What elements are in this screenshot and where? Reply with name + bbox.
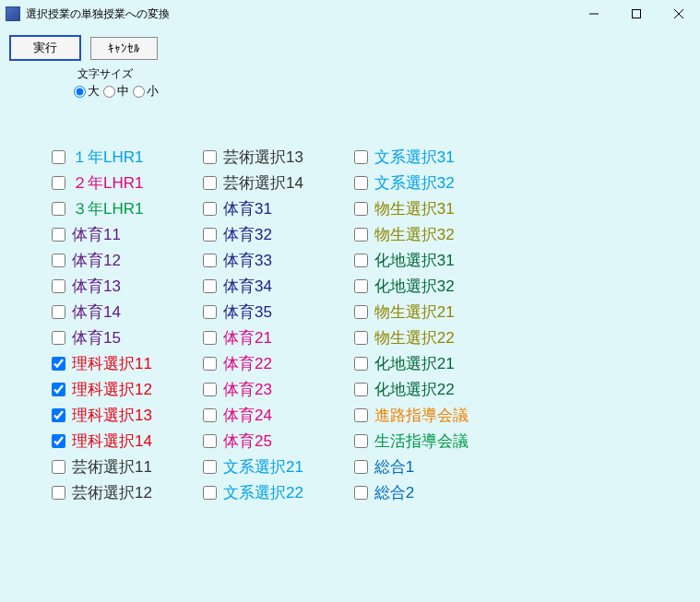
font-size-radio[interactable]: [133, 86, 145, 98]
checkbox[interactable]: [52, 202, 65, 216]
checkbox[interactable]: [52, 434, 65, 448]
checkbox[interactable]: [52, 176, 65, 190]
checkbox[interactable]: [354, 228, 368, 242]
check-label[interactable]: 体育35: [223, 304, 272, 320]
checkbox[interactable]: [203, 150, 217, 164]
check-label[interactable]: 文系選択31: [374, 149, 455, 165]
checkbox[interactable]: [354, 176, 368, 190]
checkbox[interactable]: [52, 305, 65, 319]
check-label[interactable]: 化地選択32: [374, 278, 455, 294]
checkbox[interactable]: [52, 408, 65, 422]
checkbox[interactable]: [203, 331, 217, 345]
checkbox[interactable]: [203, 383, 217, 396]
check-label[interactable]: 体育32: [223, 227, 272, 242]
execute-button[interactable]: 実行: [9, 35, 81, 61]
checkbox[interactable]: [354, 305, 368, 319]
font-size-option-中[interactable]: 中: [103, 83, 129, 100]
check-item: ２年LHR1: [52, 175, 152, 191]
check-item: 体育32: [203, 227, 303, 242]
checkbox[interactable]: [203, 408, 217, 422]
checkbox[interactable]: [354, 460, 368, 474]
check-label[interactable]: 理科選択14: [72, 433, 152, 449]
check-label[interactable]: ２年LHR1: [72, 175, 143, 191]
checkbox[interactable]: [52, 357, 65, 371]
checkbox[interactable]: [203, 279, 217, 293]
check-label[interactable]: 体育25: [223, 433, 272, 449]
checkbox[interactable]: [354, 357, 368, 371]
checkbox[interactable]: [52, 331, 65, 345]
check-label[interactable]: 物生選択21: [374, 304, 455, 320]
checkbox[interactable]: [354, 150, 368, 164]
check-label[interactable]: 理科選択12: [72, 382, 152, 397]
checkbox[interactable]: [203, 254, 217, 267]
check-label[interactable]: 文系選択21: [223, 459, 303, 475]
cancel-button[interactable]: ｷｬﾝｾﾙ: [90, 37, 158, 60]
check-label[interactable]: 芸術選択13: [223, 149, 303, 165]
checkbox[interactable]: [354, 486, 368, 500]
checkbox[interactable]: [354, 434, 368, 448]
checkbox[interactable]: [52, 254, 65, 267]
check-label[interactable]: 体育24: [223, 407, 272, 423]
checkbox[interactable]: [52, 486, 65, 500]
check-label[interactable]: 体育13: [72, 278, 121, 294]
check-label[interactable]: 化地選択21: [374, 356, 455, 372]
checkbox[interactable]: [354, 254, 368, 267]
check-item: 芸術選択14: [203, 175, 303, 191]
checkbox[interactable]: [203, 228, 217, 242]
check-label[interactable]: 化地選択31: [374, 253, 455, 268]
checkbox[interactable]: [203, 357, 217, 371]
checkbox[interactable]: [354, 279, 368, 293]
check-label[interactable]: ３年LHR1: [72, 201, 143, 217]
checkbox[interactable]: [52, 150, 65, 164]
check-label[interactable]: 芸術選択11: [72, 459, 152, 475]
minimize-button[interactable]: [573, 0, 615, 28]
checkbox[interactable]: [203, 434, 217, 448]
checkbox[interactable]: [354, 331, 368, 345]
check-label[interactable]: １年LHR1: [72, 149, 143, 165]
checkbox[interactable]: [354, 202, 368, 216]
check-label[interactable]: 文系選択32: [374, 175, 455, 191]
checkbox[interactable]: [52, 228, 65, 242]
font-size-radio[interactable]: [74, 86, 86, 98]
maximize-button[interactable]: [615, 0, 658, 28]
check-label[interactable]: 体育34: [223, 278, 272, 294]
check-label[interactable]: 体育14: [72, 304, 121, 320]
font-size-radio[interactable]: [103, 86, 115, 98]
check-label[interactable]: 体育12: [72, 253, 121, 268]
check-label[interactable]: 進路指導会議: [374, 407, 469, 423]
check-label[interactable]: 理科選択13: [72, 407, 152, 423]
check-label[interactable]: 体育11: [72, 227, 121, 242]
check-label[interactable]: 物生選択31: [374, 201, 455, 217]
checkbox[interactable]: [354, 383, 368, 396]
check-label[interactable]: 体育21: [223, 330, 272, 346]
checkbox[interactable]: [354, 408, 368, 422]
font-size-option-小[interactable]: 小: [133, 83, 159, 100]
checkbox[interactable]: [203, 305, 217, 319]
checkbox[interactable]: [52, 383, 65, 396]
check-label[interactable]: 芸術選択14: [223, 175, 303, 191]
checkbox[interactable]: [203, 460, 217, 474]
check-label[interactable]: 生活指導会議: [374, 433, 469, 449]
checkbox[interactable]: [52, 279, 65, 293]
check-label[interactable]: 体育23: [223, 382, 272, 397]
check-label[interactable]: 総合1: [374, 459, 414, 475]
check-label[interactable]: 体育15: [72, 330, 121, 346]
check-label[interactable]: 芸術選択12: [72, 485, 152, 501]
check-label[interactable]: 化地選択22: [374, 382, 455, 397]
check-item: 物生選択32: [354, 227, 469, 242]
check-label[interactable]: 理科選択11: [72, 356, 152, 372]
check-label[interactable]: 文系選択22: [223, 485, 303, 501]
checkbox[interactable]: [203, 486, 217, 500]
check-label[interactable]: 体育33: [223, 253, 272, 268]
checkbox[interactable]: [52, 460, 65, 474]
check-label[interactable]: 体育31: [223, 201, 272, 217]
checkbox[interactable]: [203, 202, 217, 216]
checkbox[interactable]: [203, 176, 217, 190]
font-size-option-大[interactable]: 大: [74, 83, 100, 100]
check-label[interactable]: 物生選択22: [374, 330, 455, 346]
close-button[interactable]: [658, 0, 700, 28]
checklist-column: 芸術選択13芸術選択14体育31体育32体育33体育34体育35体育21体育22…: [203, 149, 303, 501]
check-label[interactable]: 体育22: [223, 356, 272, 372]
check-label[interactable]: 物生選択32: [374, 227, 455, 242]
check-label[interactable]: 総合2: [374, 485, 414, 501]
